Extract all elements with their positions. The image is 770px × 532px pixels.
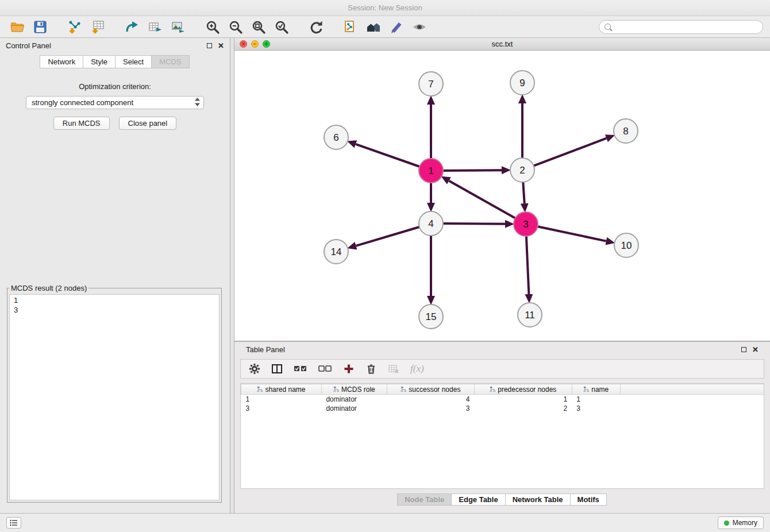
deselect-all-columns-icon[interactable] [318, 364, 332, 373]
graph-edge-4-3[interactable] [443, 223, 505, 224]
graph-node-label-1: 1 [428, 165, 433, 176]
search-input[interactable] [614, 22, 757, 32]
column-header-name[interactable]: name [572, 384, 620, 395]
graph-edge-1-2[interactable] [443, 170, 502, 171]
zoom-window-button[interactable]: + [263, 40, 270, 48]
graph-node-label-3: 3 [523, 219, 528, 230]
tab-node-table[interactable]: Node Table [397, 494, 452, 506]
column-header-predecessor-nodes[interactable]: predecessor nodes [474, 384, 572, 395]
graph-node-label-6: 6 [333, 132, 338, 143]
cell-name[interactable]: 3 [572, 404, 620, 413]
minimize-window-button[interactable]: − [251, 40, 259, 48]
table-panel-tabs: Node TableEdge TableNetwork TableMotifs [240, 494, 764, 506]
show-hide-details-eye-icon[interactable] [409, 18, 430, 36]
task-history-button[interactable] [6, 517, 21, 529]
cell-MCDS-role[interactable]: dominator [321, 404, 387, 413]
zoom-in-icon[interactable] [202, 18, 223, 36]
tab-select[interactable]: Select [115, 55, 152, 68]
column-header-shared-name[interactable]: shared name [241, 384, 322, 395]
zoom-selected-icon[interactable] [271, 18, 292, 36]
network-window-title: scc.txt [492, 40, 513, 48]
panel-resize-gutter[interactable] [230, 38, 234, 513]
cell-successor-nodes[interactable]: 3 [387, 404, 474, 413]
task-list-icon [10, 519, 18, 526]
cell-predecessor-nodes[interactable]: 2 [474, 404, 572, 413]
select-all-columns-icon[interactable] [294, 364, 307, 373]
tab-network-table[interactable]: Network Table [505, 494, 571, 506]
table-panel-header: Table Panel ✕ [240, 342, 764, 357]
tab-mcds[interactable]: MCDS [151, 55, 189, 68]
cell-shared-name[interactable]: 1 [241, 395, 322, 404]
titlebar: Session: New Session [0, 0, 770, 16]
close-panel-button[interactable]: Close panel [119, 117, 177, 130]
column-type-icon [583, 385, 591, 394]
graph-edge-1-6[interactable] [356, 144, 419, 167]
cell-MCDS-role[interactable]: dominator [321, 395, 387, 404]
tab-motifs[interactable]: Motifs [570, 494, 607, 506]
tab-edge-table[interactable]: Edge Table [451, 494, 505, 506]
graph-edge-2-8[interactable] [534, 138, 607, 166]
graph-edge-3-11[interactable] [526, 236, 529, 294]
graph-node-label-10: 10 [621, 240, 632, 251]
graph-node-label-11: 11 [525, 310, 535, 321]
export-image-icon[interactable] [168, 18, 188, 36]
close-table-panel-icon[interactable]: ✕ [752, 346, 759, 353]
refresh-icon[interactable] [306, 18, 326, 36]
table-panel: Table Panel ✕ [234, 341, 770, 513]
graph-edge-4-14[interactable] [356, 227, 419, 246]
table-header-row: shared nameMCDS rolesuccessor nodesprede… [241, 384, 764, 395]
search-field[interactable] [599, 20, 763, 34]
cell-successor-nodes[interactable]: 4 [387, 395, 474, 404]
cell-name[interactable]: 1 [572, 395, 620, 404]
graph-edge-3-1[interactable] [449, 181, 515, 218]
mcds-result-list[interactable]: 13 [9, 294, 220, 500]
graph-edge-3-10[interactable] [538, 226, 606, 241]
float-table-panel-icon[interactable] [741, 347, 746, 352]
create-column-plus-icon[interactable] [343, 363, 355, 375]
save-session-icon[interactable] [30, 18, 51, 36]
memory-button[interactable]: Memory [718, 516, 764, 529]
function-builder-icon: f(x) [410, 363, 424, 375]
show-column-browser-icon[interactable] [271, 363, 283, 375]
control-panel-header: Control Panel ✕ [0, 38, 230, 53]
optimization-criterion-label: Optimization criterion: [0, 82, 230, 91]
column-type-icon [401, 385, 409, 394]
mcds-result-box: MCDS result (2 nodes) 13 [7, 284, 222, 503]
window-title: Session: New Session [348, 3, 422, 12]
dropdown-stepper-icon [195, 98, 200, 108]
cell-shared-name[interactable]: 3 [241, 404, 322, 413]
export-table-icon[interactable] [145, 18, 165, 36]
import-network-icon[interactable] [64, 18, 85, 36]
statusbar: Memory [0, 513, 770, 532]
table-settings-gear-icon[interactable] [249, 363, 260, 375]
optimization-criterion-select[interactable]: strongly connected component [26, 96, 204, 109]
graph-edge-2-3[interactable] [523, 182, 524, 203]
column-header-MCDS-role[interactable]: MCDS role [321, 384, 387, 395]
tab-style[interactable]: Style [83, 55, 116, 68]
apply-style-icon[interactable] [386, 18, 407, 36]
float-panel-icon[interactable] [207, 43, 212, 48]
zoom-fit-icon[interactable] [248, 18, 269, 36]
table-row[interactable]: 1dominator411 [241, 395, 764, 404]
export-network-icon[interactable] [122, 18, 143, 36]
close-window-button[interactable]: × [240, 40, 247, 48]
tab-network[interactable]: Network [40, 55, 83, 68]
close-panel-icon[interactable]: ✕ [218, 42, 224, 49]
network-graph[interactable]: 7968124314101511 [234, 51, 770, 341]
import-table-icon[interactable] [87, 18, 108, 36]
table-toolbar: f(x) [240, 359, 764, 379]
delete-columns-trash-icon[interactable] [365, 363, 377, 375]
column-header-successor-nodes[interactable]: successor nodes [387, 384, 474, 395]
cell-filler [620, 395, 764, 404]
new-network-from-selection-icon[interactable] [340, 18, 361, 36]
network-canvas[interactable]: 7968124314101511 [234, 51, 770, 341]
run-mcds-button[interactable]: Run MCDS [53, 117, 110, 130]
table-row[interactable]: 3dominator323 [241, 404, 764, 413]
open-session-icon[interactable] [7, 18, 28, 36]
cell-predecessor-nodes[interactable]: 1 [474, 395, 572, 404]
network-window-titlebar: × − + scc.txt [234, 38, 770, 51]
home-icon[interactable] [363, 18, 384, 36]
memory-status-dot [724, 521, 729, 526]
column-type-icon [257, 385, 265, 394]
zoom-out-icon[interactable] [225, 18, 246, 36]
